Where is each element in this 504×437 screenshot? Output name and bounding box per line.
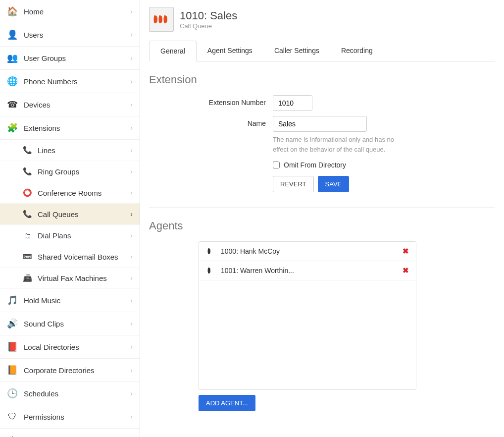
ring-groups-icon: 📞 — [22, 166, 33, 177]
sidebar-item-label: Permissions — [24, 413, 64, 421]
sidebar-subitem-label: Conference Rooms — [38, 189, 101, 197]
sidebar-subitem-shared-voicemail[interactable]: 📼Shared Voicemail Boxes › — [0, 246, 140, 268]
sidebar-item-label: Home — [24, 7, 44, 16]
sidebar-item-users[interactable]: 👤Users › — [0, 23, 140, 47]
sidebar-item-label: Devices — [24, 101, 50, 109]
name-input[interactable] — [273, 116, 367, 132]
sidebar-item-extensions[interactable]: 🧩Extensions › — [0, 116, 140, 140]
tab-recording[interactable]: Recording — [330, 41, 384, 61]
remove-agent-icon[interactable]: ✖ — [403, 266, 409, 275]
chevron-right-icon: › — [130, 231, 133, 239]
tabs: General Agent Settings Caller Settings R… — [149, 41, 495, 61]
sidebar-item-label: Local Directories — [24, 343, 79, 351]
sidebar-subitem-call-queues[interactable]: 📞Call Queues › — [0, 204, 140, 225]
local-directories-icon: 📕 — [6, 340, 19, 353]
chevron-right-icon: › — [130, 31, 133, 39]
sidebar-subitem-ring-groups[interactable]: 📞Ring Groups › — [0, 161, 140, 182]
add-agent-button[interactable]: ADD AGENT... — [199, 395, 255, 411]
save-button[interactable]: SAVE — [318, 176, 350, 192]
sidebar-item-home[interactable]: 🏠Home › — [0, 0, 140, 23]
sidebar-item-label: Schedules — [24, 389, 58, 398]
sidebar-item-phone-numbers[interactable]: 🌐Phone Numbers › — [0, 70, 140, 93]
sidebar-item-label: Phone Numbers — [24, 77, 77, 86]
chevron-right-icon: › — [130, 413, 133, 421]
voicemail-icon: 📼 — [22, 251, 33, 262]
chevron-right-icon: › — [130, 7, 133, 15]
chevron-right-icon: › — [130, 389, 133, 397]
omit-from-directory-checkbox[interactable] — [273, 162, 280, 168]
sidebar-item-label: User Groups — [24, 54, 66, 62]
sidebar-subitem-label: Call Queues — [38, 210, 79, 218]
phone-handset-icon — [206, 247, 215, 256]
sidebar-item-label: Extensions — [24, 124, 60, 132]
sidebar-item-devices[interactable]: ☎Devices › — [0, 93, 140, 116]
user-groups-icon: 👥 — [6, 52, 19, 64]
name-label: Name — [149, 116, 273, 127]
page-title: 1010: Sales — [180, 9, 237, 22]
chevron-right-icon: › — [130, 146, 133, 154]
conference-icon: ⭕ — [22, 187, 33, 198]
agents-section-title: Agents — [149, 219, 495, 232]
chevron-right-icon: › — [130, 124, 133, 132]
sidebar-item-corporate-directories[interactable]: 📙Corporate Directories › — [0, 359, 140, 382]
chevron-right-icon: › — [130, 253, 133, 261]
extension-number-label: Extension Number — [149, 95, 273, 107]
chevron-right-icon: › — [130, 320, 133, 328]
revert-button[interactable]: REVERT — [273, 176, 314, 192]
chevron-right-icon: › — [130, 274, 133, 282]
dial-plans-icon: 🗂 — [22, 230, 33, 241]
chevron-right-icon: › — [130, 189, 133, 197]
agent-label: 1000: Hank McCoy — [221, 247, 280, 255]
sidebar-item-sound-clips[interactable]: 🔊Sound Clips › — [0, 312, 140, 335]
user-icon: 👤 — [6, 28, 19, 41]
chevron-right-icon: › — [130, 366, 133, 374]
sidebar-item-local-directories[interactable]: 📕Local Directories › — [0, 335, 140, 359]
sidebar-item-label: Corporate Directories — [24, 366, 95, 375]
extension-section-title: Extension — [149, 73, 495, 86]
sidebar: 🏠Home › 👤Users › 👥User Groups › 🌐Phone N… — [0, 0, 140, 437]
omit-from-directory-label: Omit From Directory — [284, 161, 346, 169]
settings-icon: ⚙ — [6, 434, 19, 437]
sidebar-subitem-label: Virtual Fax Machines — [38, 274, 107, 282]
phone-handset-icon — [206, 266, 215, 275]
clock-icon: 🕒 — [6, 387, 19, 400]
music-icon: 🎵 — [6, 294, 19, 307]
corporate-directories-icon: 📙 — [6, 364, 19, 377]
chevron-right-icon: › — [130, 54, 133, 62]
sidebar-item-system-settings[interactable]: ⚙System Settings › — [0, 429, 140, 437]
chevron-right-icon: › — [130, 343, 133, 351]
line-icon: 📞 — [22, 145, 33, 156]
shield-icon: 🛡 — [6, 410, 19, 423]
agents-list: 1000: Hank McCoy ✖ 1001: Warren Worthin.… — [199, 241, 416, 390]
sidebar-subitem-virtual-fax[interactable]: 📠Virtual Fax Machines › — [0, 268, 140, 289]
agent-row[interactable]: 1001: Warren Worthin... ✖ — [199, 261, 416, 280]
sidebar-item-schedules[interactable]: 🕒Schedules › — [0, 382, 140, 405]
sidebar-item-hold-music[interactable]: 🎵Hold Music › — [0, 289, 140, 312]
sidebar-item-label: Hold Music — [24, 296, 60, 305]
chevron-right-icon: › — [130, 210, 133, 218]
tab-general[interactable]: General — [149, 41, 197, 61]
main-content: 1010: Sales Call Queue General Agent Set… — [140, 0, 504, 437]
agent-row[interactable]: 1000: Hank McCoy ✖ — [199, 242, 416, 261]
section-divider — [149, 207, 495, 208]
call-queue-icon — [149, 7, 174, 32]
tab-agent-settings[interactable]: Agent Settings — [197, 41, 263, 61]
extension-number-input[interactable] — [273, 95, 312, 111]
call-queues-icon: 📞 — [22, 209, 33, 219]
sidebar-item-user-groups[interactable]: 👥User Groups › — [0, 47, 140, 70]
remove-agent-icon[interactable]: ✖ — [403, 247, 409, 256]
sidebar-subitem-conference-rooms[interactable]: ⭕Conference Rooms › — [0, 182, 140, 204]
phone-device-icon: ☎ — [6, 98, 19, 111]
chevron-right-icon: › — [130, 101, 133, 109]
sidebar-subitem-label: Ring Groups — [38, 167, 79, 176]
sidebar-item-permissions[interactable]: 🛡Permissions › — [0, 405, 140, 429]
sidebar-item-label: Sound Clips — [24, 320, 64, 328]
chevron-right-icon: › — [130, 167, 133, 175]
sidebar-subitem-dial-plans[interactable]: 🗂Dial Plans › — [0, 225, 140, 246]
sidebar-subitem-lines[interactable]: 📞Lines › — [0, 140, 140, 161]
sidebar-subitem-label: Dial Plans — [38, 231, 71, 240]
name-help-text: The name is informational only and has n… — [273, 135, 402, 154]
tab-caller-settings[interactable]: Caller Settings — [263, 41, 330, 61]
sidebar-subitem-label: Lines — [38, 146, 55, 155]
globe-icon: 🌐 — [6, 75, 19, 88]
